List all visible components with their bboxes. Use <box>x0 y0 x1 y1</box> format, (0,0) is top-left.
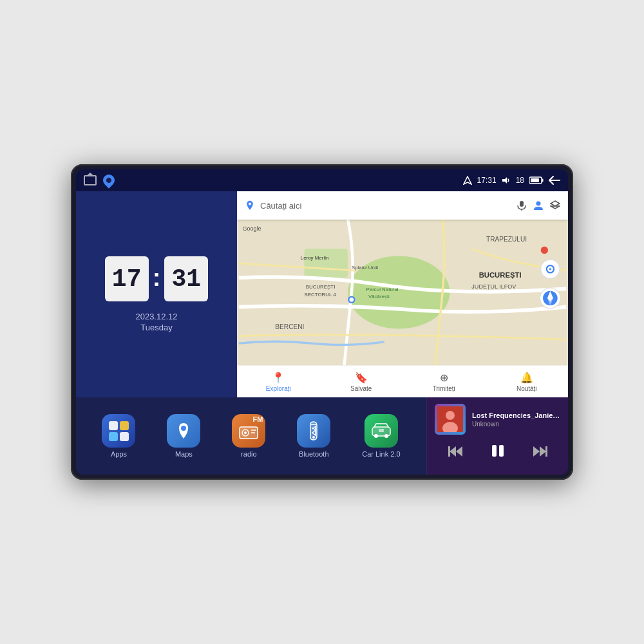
next-icon <box>532 445 547 458</box>
app-icon-carlink[interactable]: Car Link 2.0 <box>362 414 400 458</box>
clock-day: Tuesday <box>135 323 177 332</box>
map-tab-explore[interactable]: 📍 Explorați <box>237 372 320 392</box>
bluetooth-icon-svg <box>305 421 323 441</box>
pause-icon <box>490 444 506 458</box>
map-search-icons <box>516 200 560 211</box>
clock-panel: 17 : 31 2023.12.12 Tuesday <box>76 191 237 397</box>
volume-level: 18 <box>516 176 524 185</box>
svg-rect-52 <box>448 446 450 457</box>
map-tab-saved[interactable]: 🔖 Salvate <box>320 372 403 392</box>
nav-icon <box>463 176 472 185</box>
map-tab-saved-label: Salvate <box>350 385 372 392</box>
radio-icon-circle: FM <box>232 414 265 448</box>
radio-label: radio <box>241 450 256 458</box>
bluetooth-label: Bluetooth <box>299 450 328 458</box>
clock-minutes: 31 <box>164 256 208 301</box>
svg-text:TRAPEZULUI: TRAPEZULUI <box>486 236 527 243</box>
music-player: Lost Frequencies_Janieck Devy-... Unknow… <box>426 397 568 475</box>
svg-point-38 <box>244 431 247 434</box>
mic-icon[interactable] <box>516 200 527 211</box>
svg-marker-56 <box>540 446 546 457</box>
svg-marker-0 <box>464 176 471 184</box>
main-content: 17 : 31 2023.12.12 Tuesday <box>76 191 568 475</box>
next-button[interactable] <box>527 442 553 464</box>
play-pause-button[interactable] <box>485 441 511 464</box>
svg-text:BERCENI: BERCENI <box>275 323 304 330</box>
map-panel[interactable]: Căutați aici <box>237 191 568 397</box>
apps-label: Apps <box>111 450 127 458</box>
maps-icon-circle <box>167 414 200 448</box>
device-screen: 17:31 18 <box>76 169 568 475</box>
clock-hours: 17 <box>105 256 149 301</box>
map-body[interactable]: TRAPEZULUI BUCUREȘTI JUDEȚUL ILFOV BERCE… <box>237 220 568 365</box>
map-search-bar[interactable]: Căutați aici <box>237 191 568 220</box>
back-icon[interactable] <box>549 176 560 185</box>
svg-text:Splaiul Uniii: Splaiul Uniii <box>352 265 379 270</box>
map-tab-send[interactable]: ⊕ Trimiteți <box>402 372 486 392</box>
svg-text:SECTORUL 4: SECTORUL 4 <box>304 292 336 298</box>
svg-point-35 <box>181 426 186 431</box>
svg-rect-53 <box>492 445 497 457</box>
svg-point-48 <box>446 411 455 420</box>
app-icon-radio[interactable]: FM radio <box>232 414 265 458</box>
map-search-placeholder[interactable]: Căutați aici <box>260 201 511 211</box>
svg-text:Leroy Merlin: Leroy Merlin <box>301 255 328 261</box>
map-tab-explore-label: Explorați <box>266 385 291 392</box>
clock-display: 17 : 31 <box>105 256 209 301</box>
music-controls <box>435 441 560 464</box>
svg-marker-55 <box>533 446 540 457</box>
date-info: 2023.12.12 Tuesday <box>135 312 177 332</box>
svg-rect-6 <box>520 201 524 207</box>
music-title: Lost Frequencies_Janieck Devy-... <box>472 412 560 419</box>
svg-rect-13 <box>304 249 348 278</box>
maps-label: Maps <box>175 450 193 458</box>
map-tab-news[interactable]: 🔔 Noutăți <box>486 372 569 392</box>
svg-text:Parcul Natural: Parcul Natural <box>366 287 399 292</box>
svg-text:Văcărești: Văcărești <box>368 294 390 299</box>
music-top: Lost Frequencies_Janieck Devy-... Unknow… <box>435 404 560 435</box>
svg-marker-1 <box>502 177 507 184</box>
map-bottom-bar: 📍 Explorați 🔖 Salvate ⊕ Trimiteți 🔔 <box>237 365 568 397</box>
carlink-icon-svg <box>371 422 392 440</box>
clock-colon: : <box>153 264 161 292</box>
status-bar-right: 17:31 18 <box>463 176 560 185</box>
svg-point-5 <box>249 203 251 205</box>
svg-text:BUCUREȘTI: BUCUREȘTI <box>306 284 336 290</box>
bottom-section: Apps Maps <box>76 397 568 475</box>
svg-point-26 <box>350 298 354 302</box>
status-time: 17:31 <box>477 176 497 185</box>
svg-point-8 <box>536 202 541 206</box>
svg-text:JUDEȚUL ILFOV: JUDEȚUL ILFOV <box>471 283 516 290</box>
explore-icon: 📍 <box>272 372 285 384</box>
app-icon-bluetooth[interactable]: Bluetooth <box>297 414 330 458</box>
volume-icon <box>502 176 511 185</box>
svg-point-45 <box>384 434 388 438</box>
svg-rect-57 <box>545 446 547 457</box>
carlink-label: Car Link 2.0 <box>362 450 400 458</box>
prev-button[interactable] <box>443 442 469 464</box>
status-bar: 17:31 18 <box>76 169 568 191</box>
top-section: 17 : 31 2023.12.12 Tuesday <box>76 191 568 397</box>
map-search-pin-icon <box>245 200 255 211</box>
map-svg: TRAPEZULUI BUCUREȘTI JUDEȚUL ILFOV BERCE… <box>237 220 568 365</box>
profile-icon[interactable] <box>533 200 544 211</box>
svg-rect-46 <box>379 429 384 432</box>
svg-marker-10 <box>551 206 560 209</box>
music-info: Lost Frequencies_Janieck Devy-... Unknow… <box>472 412 560 428</box>
home-icon[interactable] <box>84 175 97 185</box>
app-grid: Apps Maps <box>76 397 426 475</box>
app-icon-maps[interactable]: Maps <box>167 414 200 458</box>
battery-icon <box>529 176 544 184</box>
clock-date: 2023.12.12 <box>135 312 177 321</box>
map-tab-send-label: Trimiteți <box>433 385 455 392</box>
carlink-icon-circle <box>365 414 398 448</box>
svg-text:Google: Google <box>242 225 261 232</box>
map-tab-news-label: Noutăți <box>516 385 537 392</box>
news-icon: 🔔 <box>520 372 533 384</box>
album-art-svg <box>437 406 463 432</box>
maps-icon-svg <box>174 421 193 440</box>
maps-pin-icon[interactable] <box>100 172 117 188</box>
app-icon-apps[interactable]: Apps <box>102 414 135 458</box>
layers-icon[interactable] <box>550 200 560 211</box>
svg-rect-3 <box>542 179 544 182</box>
